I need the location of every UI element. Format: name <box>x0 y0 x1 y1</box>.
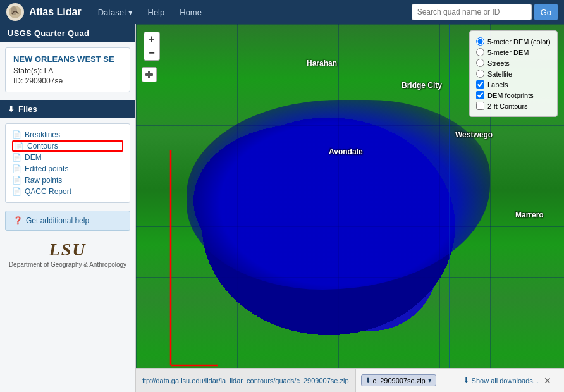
zoom-in-button[interactable]: + <box>144 32 159 46</box>
lsu-logo: LSU <box>49 240 87 260</box>
layer-contours[interactable]: 2-ft Contours <box>476 101 551 111</box>
file-icon-dem: 📄 <box>12 153 21 162</box>
lsu-area: LSU Department of Geography & Anthropolo… <box>5 240 130 268</box>
brand-label: Atlas Lidar <box>29 6 82 18</box>
layer-dem-footprints[interactable]: DEM footprints <box>476 90 551 101</box>
navbar-help[interactable]: Help <box>142 5 171 20</box>
search-button[interactable]: Go <box>534 4 558 20</box>
url-text: ftp://data.ga.lsu.edu/lidar/la_lidar_con… <box>142 377 349 384</box>
file-item-raw-points[interactable]: 📄 Raw points <box>12 175 123 186</box>
layer-satellite[interactable]: Satellite <box>476 68 551 79</box>
brand: Atlas Lidar <box>6 3 82 21</box>
file-label-breaklines: Breaklines <box>25 130 60 139</box>
layer-dem-footprints-checkbox[interactable] <box>476 91 484 99</box>
files-section-header: ⬇ Files <box>0 100 135 118</box>
svg-point-1 <box>11 6 17 15</box>
url-bar: ftp://data.ga.lsu.edu/lidar/la_lidar_con… <box>136 369 356 392</box>
quad-section-title: USGS Quarter Quad <box>0 24 135 42</box>
download-item-icon: ⬇ <box>365 377 371 384</box>
sidebar: USGS Quarter Quad NEW ORLEANS WEST SE St… <box>0 24 136 392</box>
map-vline <box>449 24 450 392</box>
download-item-filename: c_2909007se.zip <box>373 377 426 384</box>
layer-dem-footprints-label: DEM footprints <box>487 92 534 99</box>
navigation-icon <box>145 70 154 79</box>
file-label-edited: Edited points <box>25 164 68 173</box>
layer-dem-label: 5-meter DEM <box>487 49 529 56</box>
layer-contours-checkbox[interactable] <box>476 102 484 110</box>
main-container: USGS Quarter Quad NEW ORLEANS WEST SE St… <box>0 24 564 392</box>
layer-streets-label: Streets <box>487 59 510 67</box>
show-downloads[interactable]: ⬇ Show all downloads... ✕ <box>463 376 559 386</box>
file-icon-raw: 📄 <box>12 176 21 185</box>
layer-contours-label: 2-ft Contours <box>487 102 528 110</box>
quad-id: ID: 2909007se <box>13 77 122 85</box>
layer-dem-color-label: 5-meter DEM (color) <box>487 38 551 46</box>
download-bar: ⬇ c_2909007se.zip ▾ ⬇ Show all downloads… <box>356 374 564 386</box>
layer-satellite-label: Satellite <box>487 70 512 78</box>
layer-satellite-radio[interactable] <box>476 70 484 78</box>
file-label-raw: Raw points <box>25 176 62 185</box>
file-item-qacc[interactable]: 📄 QACC Report <box>12 186 123 197</box>
status-bar: ftp://data.ga.lsu.edu/lidar/la_lidar_con… <box>136 368 564 392</box>
layer-dem[interactable]: 5-meter DEM <box>476 47 551 58</box>
file-item-dem[interactable]: 📄 DEM <box>12 152 123 163</box>
quad-state: State(s): LA <box>13 66 122 75</box>
download-item[interactable]: ⬇ c_2909007se.zip ▾ <box>361 374 436 386</box>
layer-labels-label: Labels <box>487 81 508 89</box>
file-label-dem: DEM <box>25 153 42 162</box>
layer-control: 5-meter DEM (color) 5-meter DEM Streets … <box>469 30 558 117</box>
file-icon-contours: 📄 <box>15 142 24 150</box>
download-icon-left: ⬇ <box>463 376 469 384</box>
file-label-qacc: QACC Report <box>25 187 71 196</box>
layer-dem-color-radio[interactable] <box>476 37 484 46</box>
files-list: 📄 Breaklines 📄 Contours 📄 DEM 📄 Edited p… <box>5 123 130 203</box>
navbar-search: Go <box>412 4 558 20</box>
layer-dem-radio[interactable] <box>476 48 484 56</box>
search-input[interactable] <box>412 4 532 20</box>
close-button[interactable]: ✕ <box>541 376 554 386</box>
file-label-contours: Contours <box>27 142 58 150</box>
file-item-breaklines[interactable]: 📄 Breaklines <box>12 129 123 140</box>
navbar-dataset[interactable]: Dataset ▾ <box>92 5 139 20</box>
file-icon-qacc: 📄 <box>12 187 21 196</box>
quad-name[interactable]: NEW ORLEANS WEST SE <box>13 54 122 64</box>
download-item-arrow[interactable]: ▾ <box>428 376 432 384</box>
file-icon-edited: 📄 <box>12 164 21 173</box>
map-zoom-controls: + − <box>144 32 160 61</box>
zoom-out-button[interactable]: − <box>144 46 159 60</box>
quad-info: NEW ORLEANS WEST SE State(s): LA ID: 290… <box>5 47 130 92</box>
files-section-title: Files <box>18 104 37 114</box>
file-item-edited-points[interactable]: 📄 Edited points <box>12 163 123 175</box>
help-section[interactable]: ❓ Get additional help <box>5 211 130 231</box>
show-downloads-label: Show all downloads... <box>472 377 539 384</box>
file-icon: 📄 <box>12 130 21 139</box>
brand-icon <box>6 3 24 21</box>
help-icon: ❓ <box>13 216 23 225</box>
navbar-home[interactable]: Home <box>173 5 208 20</box>
layer-labels-checkbox[interactable] <box>476 80 484 89</box>
svg-rect-3 <box>148 71 150 78</box>
help-label: Get additional help <box>26 216 89 225</box>
dropdown-icon: ▾ <box>128 8 133 17</box>
map-nav-icon[interactable] <box>142 67 157 82</box>
layer-streets[interactable]: Streets <box>476 58 551 68</box>
map-area[interactable]: Harahan Bridge City Avondale Westwego Ma… <box>136 24 564 392</box>
layer-labels[interactable]: Labels <box>476 79 551 90</box>
lsu-dept: Department of Geography & Anthropology <box>9 261 126 268</box>
navbar-links: Dataset ▾ Help Home <box>92 5 402 20</box>
layer-dem-color[interactable]: 5-meter DEM (color) <box>476 36 551 47</box>
file-item-contours[interactable]: 📄 Contours <box>12 140 123 152</box>
layer-streets-radio[interactable] <box>476 59 484 67</box>
navbar: Atlas Lidar Dataset ▾ Help Home Go <box>0 0 564 24</box>
download-icon: ⬇ <box>8 104 15 114</box>
